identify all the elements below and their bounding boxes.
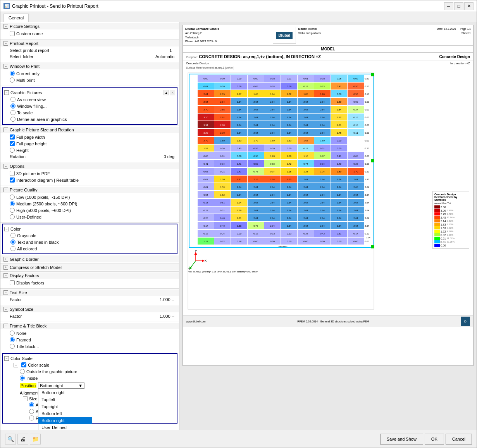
absolute-size-radio[interactable] <box>29 409 34 414</box>
outside-graphic-radio[interactable] <box>20 369 25 374</box>
section-graphic-border[interactable]: + Graphic Border <box>0 256 179 262</box>
relative-size-radio[interactable] <box>29 415 34 420</box>
toggle-window-to-print[interactable]: − <box>3 64 8 69</box>
text-lines-black-radio[interactable] <box>10 240 15 245</box>
high-dpi-radio[interactable] <box>10 208 15 213</box>
position-row: Position Bottom right ▼ Bottom right Top… <box>20 381 175 390</box>
svg-text:2.64: 2.64 <box>320 209 325 212</box>
low-dpi-radio[interactable] <box>10 195 15 200</box>
maximize-button[interactable]: □ <box>454 2 463 10</box>
scroll-down-btn[interactable]: ✕ <box>170 90 175 95</box>
toggle-compress-stretch[interactable]: + <box>3 265 8 270</box>
toggle-graphic-size[interactable]: − <box>3 128 8 132</box>
legend-color-3 <box>434 216 440 219</box>
section-picture-settings[interactable]: − Picture Settings <box>0 23 179 29</box>
section-graphic-size[interactable]: − Graphic Picture Size and Rotation <box>0 127 179 133</box>
title-block-radio[interactable] <box>10 344 15 349</box>
svg-text:2.64: 2.64 <box>320 116 325 119</box>
multi-print-radio[interactable] <box>10 78 15 83</box>
toggle-color[interactable]: − <box>4 227 9 231</box>
svg-text:2.64: 2.64 <box>303 109 308 111</box>
close-button[interactable]: ✕ <box>464 2 474 10</box>
custom-name-checkbox[interactable] <box>10 31 15 36</box>
toggle-graphic-border[interactable]: + <box>3 257 8 262</box>
section-picture-quality[interactable]: − Picture Quality <box>0 187 179 193</box>
toggle-picture-settings[interactable]: − <box>3 24 8 29</box>
height-radio[interactable] <box>10 148 15 153</box>
section-window-to-print[interactable]: − Window to Print <box>0 63 179 69</box>
section-color[interactable]: − Color <box>4 226 175 232</box>
inside-radio[interactable] <box>20 376 25 381</box>
position-dropdown[interactable]: Bottom right ▼ <box>38 383 84 389</box>
section-compress-stretch[interactable]: + Compress or Stretch Model <box>0 264 179 271</box>
minimize-button[interactable]: ─ <box>444 2 453 10</box>
section-display-factors[interactable]: − Display Factors <box>0 272 179 279</box>
define-area-radio[interactable] <box>10 117 15 122</box>
toggle-display-factors[interactable]: − <box>3 273 8 278</box>
toggle-frame-title[interactable]: − <box>3 324 8 328</box>
3d-pdf-checkbox[interactable] <box>10 171 15 176</box>
to-scale-radio[interactable] <box>10 110 15 115</box>
none-radio[interactable] <box>10 331 15 336</box>
interaction-checkbox[interactable] <box>10 177 15 183</box>
svg-text:0.01: 0.01 <box>287 78 291 80</box>
section-frame-title[interactable]: − Frame & Title Block <box>0 323 179 329</box>
tab-general[interactable]: General <box>3 14 29 22</box>
section-color-scale[interactable]: − Color Scale <box>4 355 175 362</box>
user-defined-radio[interactable] <box>10 214 15 219</box>
grayscale-radio[interactable] <box>10 233 15 238</box>
color-scale-checkbox[interactable] <box>21 362 26 367</box>
as-screen-view-radio[interactable] <box>10 97 15 102</box>
section-symbol-size[interactable]: − Symbol Size <box>0 306 179 312</box>
toggle-symbol-size[interactable]: − <box>3 307 8 312</box>
auto-size-radio[interactable] <box>29 402 34 407</box>
toggle-color-scale[interactable]: − <box>4 356 9 361</box>
text-lines-black-label: Text and lines in black <box>17 240 59 245</box>
toggle-text-size[interactable]: − <box>3 290 8 295</box>
position-dropdown-menu: Bottom right Top left Top right Bottom l… <box>38 389 92 430</box>
svg-text:0.31: 0.31 <box>220 209 225 212</box>
display-factors-checkbox[interactable] <box>10 280 15 285</box>
current-only-radio[interactable] <box>10 71 15 76</box>
svg-text:2.64: 2.64 <box>287 116 291 119</box>
svg-text:1.85: 1.85 <box>303 93 308 95</box>
save-show-button[interactable]: Save and Show <box>380 434 423 445</box>
dropdown-item-bottom-right-1[interactable]: Bottom right <box>38 389 92 396</box>
framed-radio[interactable] <box>10 337 15 342</box>
search-tool-button[interactable]: 🔍 <box>5 434 16 445</box>
all-colored-radio[interactable] <box>10 246 15 251</box>
section-graphic-pictures[interactable]: − Graphic Pictures ▲ ✕ <box>4 89 175 96</box>
symbol-size-label: Symbol Size <box>10 307 33 312</box>
print-tool-button[interactable]: 🖨 <box>17 434 28 445</box>
section-printout-report[interactable]: − Printout Report <box>0 40 179 47</box>
svg-text:0.50: 0.50 <box>365 85 369 88</box>
symbol-size-content: Factor 1.000 -- <box>0 312 179 321</box>
toggle-size[interactable]: − <box>23 396 28 401</box>
svg-text:0.03: 0.03 <box>270 85 275 88</box>
toggle-printout-report[interactable]: − <box>3 41 8 46</box>
toggle-picture-quality[interactable]: − <box>3 188 8 192</box>
full-page-height-checkbox[interactable] <box>10 141 15 146</box>
svg-text:2.64: 2.64 <box>270 194 275 196</box>
scroll-up-btn[interactable]: ▲ <box>164 90 169 95</box>
dropdown-item-top-left[interactable]: Top left <box>38 396 92 403</box>
section-options[interactable]: − Options <box>0 163 179 169</box>
toggle-options[interactable]: − <box>3 164 8 169</box>
toggle-graphic-pictures[interactable]: − <box>4 90 9 95</box>
dropdown-item-bottom-right-selected[interactable]: Bottom right <box>38 417 92 424</box>
svg-text:2.64: 2.64 <box>270 209 275 212</box>
dropdown-item-user-defined[interactable]: User-Defined <box>38 424 92 430</box>
ok-button[interactable]: OK <box>425 434 444 445</box>
display-factors-checkbox-row: Display factors <box>10 279 176 286</box>
dropdown-item-top-right[interactable]: Top right <box>38 403 92 410</box>
folder-tool-button[interactable]: 📁 <box>30 434 41 445</box>
section-text-size[interactable]: − Text Size <box>0 289 179 296</box>
window-filling-radio[interactable] <box>10 103 15 109</box>
cancel-button[interactable]: Cancel <box>446 434 472 445</box>
medium-dpi-radio[interactable] <box>10 201 15 206</box>
preview-container: Dlubal Software GmbH Am Zellweg 2 Tiefen… <box>183 25 474 366</box>
color-scale-sub-toggle[interactable]: − <box>14 363 18 367</box>
dropdown-item-bottom-left[interactable]: Bottom left <box>38 410 92 417</box>
full-page-width-checkbox[interactable] <box>10 134 15 140</box>
svg-text:0.34: 0.34 <box>320 163 325 165</box>
